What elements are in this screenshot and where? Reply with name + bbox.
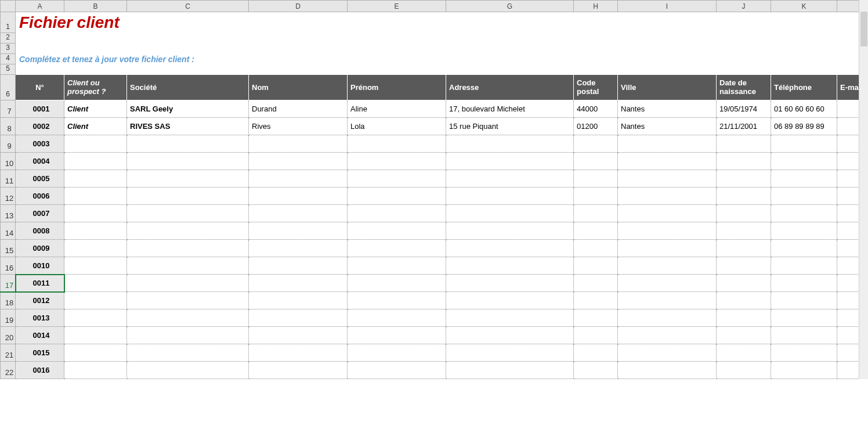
cell-ville[interactable] — [618, 292, 717, 309]
cell-naissance[interactable] — [717, 205, 771, 222]
cell-prenom[interactable] — [348, 327, 446, 344]
cell-naissance[interactable] — [717, 327, 771, 344]
cell-telephone[interactable] — [771, 344, 837, 362]
cell-num[interactable]: 0008 — [16, 222, 64, 240]
cell-prenom[interactable] — [348, 222, 446, 240]
cell-num[interactable]: 0005 — [16, 170, 64, 188]
cell-societe[interactable] — [127, 275, 249, 292]
cell-telephone[interactable] — [771, 135, 837, 153]
cell-num[interactable]: 0014 — [16, 327, 64, 344]
hdr-num[interactable]: N° — [16, 75, 64, 100]
cell-adresse[interactable] — [446, 153, 574, 170]
cell-nom[interactable] — [249, 344, 348, 362]
hdr-naissance[interactable]: Date de naissance — [717, 75, 771, 100]
cell-type[interactable] — [64, 240, 127, 257]
cell-nom[interactable] — [249, 362, 348, 379]
row-head-1[interactable]: 1 — [1, 12, 16, 33]
cell-societe[interactable] — [127, 257, 249, 275]
cell-nom[interactable] — [249, 188, 348, 205]
cell-nom[interactable] — [249, 170, 348, 188]
cell-num[interactable]: 0007 — [16, 205, 64, 222]
cell-adresse[interactable] — [446, 257, 574, 275]
cell-prenom[interactable]: Aline — [348, 100, 446, 118]
cell-type[interactable] — [64, 188, 127, 205]
row-head-15[interactable]: 15 — [1, 240, 16, 257]
cell-num[interactable]: 0012 — [16, 292, 64, 309]
cell-nom[interactable] — [249, 327, 348, 344]
cell-code_postal[interactable] — [574, 257, 618, 275]
cell-type[interactable] — [64, 344, 127, 362]
cell-naissance[interactable] — [717, 222, 771, 240]
cell-num[interactable]: 0010 — [16, 257, 64, 275]
cell-telephone[interactable] — [771, 327, 837, 344]
cell-ville[interactable] — [618, 344, 717, 362]
cell-type[interactable] — [64, 222, 127, 240]
cell-type[interactable] — [64, 309, 127, 327]
cell-societe[interactable] — [127, 240, 249, 257]
cell-code_postal[interactable]: 01200 — [574, 118, 618, 135]
hdr-code-postal[interactable]: Code postal — [574, 75, 618, 100]
scrollbar-thumb[interactable] — [860, 12, 867, 46]
hdr-ville[interactable]: Ville — [618, 75, 717, 100]
page-title[interactable]: Fichier client — [16, 12, 869, 33]
cell-prenom[interactable] — [348, 205, 446, 222]
row-head-20[interactable]: 20 — [1, 327, 16, 344]
row-head-4[interactable]: 4 — [1, 54, 16, 64]
cell-telephone[interactable] — [771, 153, 837, 170]
cell-nom[interactable] — [249, 222, 348, 240]
cell-prenom[interactable] — [348, 240, 446, 257]
cell-nom[interactable] — [249, 240, 348, 257]
cell-ville[interactable] — [618, 327, 717, 344]
cell-code_postal[interactable] — [574, 240, 618, 257]
cell-type[interactable]: Client — [64, 118, 127, 135]
col-head-E[interactable]: E — [348, 1, 446, 12]
row-head-2[interactable]: 2 — [1, 33, 16, 44]
cell-naissance[interactable] — [717, 292, 771, 309]
cell-naissance[interactable] — [717, 135, 771, 153]
cell-societe[interactable] — [127, 135, 249, 153]
hdr-nom[interactable]: Nom — [249, 75, 348, 100]
row-head-19[interactable]: 19 — [1, 309, 16, 327]
cell-code_postal[interactable]: 44000 — [574, 100, 618, 118]
cell-telephone[interactable]: 06 89 89 89 89 — [771, 118, 837, 135]
cell-naissance[interactable] — [717, 170, 771, 188]
cell-societe[interactable] — [127, 222, 249, 240]
cell-adresse[interactable]: 15 rue Piquant — [446, 118, 574, 135]
cell-telephone[interactable] — [771, 188, 837, 205]
row-head-17[interactable]: 17 — [1, 275, 16, 292]
cell-ville[interactable] — [618, 170, 717, 188]
cell-ville[interactable] — [618, 205, 717, 222]
cell-code_postal[interactable] — [574, 170, 618, 188]
cell-adresse[interactable] — [446, 222, 574, 240]
cell-num[interactable]: 0015 — [16, 344, 64, 362]
cell-code_postal[interactable] — [574, 309, 618, 327]
cell-prenom[interactable] — [348, 344, 446, 362]
row-head-10[interactable]: 10 — [1, 153, 16, 170]
cell-num[interactable]: 0003 — [16, 135, 64, 153]
cell-naissance[interactable] — [717, 275, 771, 292]
col-head-D[interactable]: D — [249, 1, 348, 12]
cell-telephone[interactable] — [771, 170, 837, 188]
cell-prenom[interactable] — [348, 275, 446, 292]
cell-nom[interactable]: Rives — [249, 118, 348, 135]
cell-naissance[interactable] — [717, 362, 771, 379]
cell-type[interactable] — [64, 327, 127, 344]
cell-naissance[interactable]: 19/05/1974 — [717, 100, 771, 118]
cell-naissance[interactable] — [717, 257, 771, 275]
cell-ville[interactable] — [618, 257, 717, 275]
row-head-12[interactable]: 12 — [1, 188, 16, 205]
cell-ville[interactable] — [618, 153, 717, 170]
cell-num[interactable]: 0006 — [16, 188, 64, 205]
col-head-B[interactable]: B — [64, 1, 127, 12]
cell-telephone[interactable] — [771, 222, 837, 240]
cell-societe[interactable] — [127, 327, 249, 344]
cell-nom[interactable] — [249, 205, 348, 222]
cell-num[interactable]: 0004 — [16, 153, 64, 170]
cell-naissance[interactable] — [717, 188, 771, 205]
hdr-societe[interactable]: Société — [127, 75, 249, 100]
cell-prenom[interactable] — [348, 362, 446, 379]
cell-telephone[interactable] — [771, 309, 837, 327]
row-head-11[interactable]: 11 — [1, 170, 16, 188]
cell-prenom[interactable] — [348, 170, 446, 188]
cell-nom[interactable] — [249, 309, 348, 327]
